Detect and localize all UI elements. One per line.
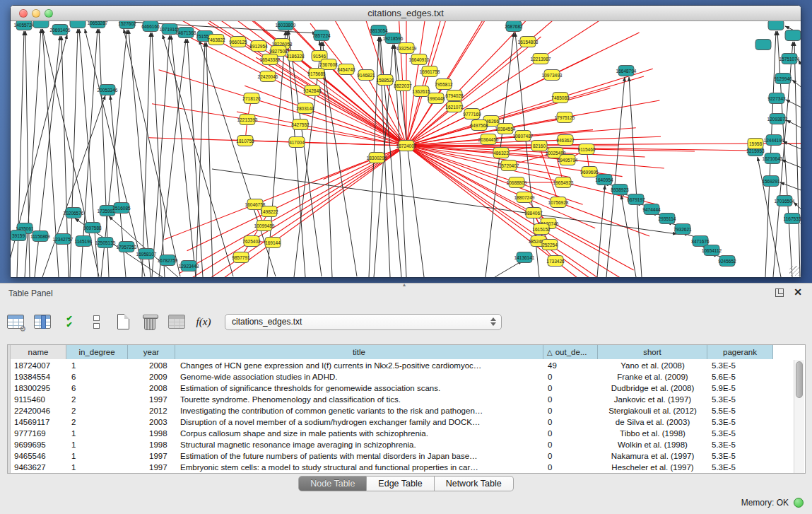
graph-node[interactable]: 10807487 xyxy=(513,131,534,141)
graph-node[interactable]: 2687682 xyxy=(505,21,523,32)
graph-node[interactable]: 82160 xyxy=(531,141,547,151)
import-table-icon[interactable] xyxy=(165,310,188,333)
graph-node[interactable]: 16961758 xyxy=(420,66,440,77)
graph-node[interactable]: 1733426 xyxy=(546,256,565,267)
graph-node[interactable]: 1621072 xyxy=(445,102,464,112)
tab-node-table[interactable]: Node Table xyxy=(298,476,367,491)
column-header-title[interactable]: title xyxy=(175,345,543,359)
graph-node[interactable]: 9884067 xyxy=(524,208,543,218)
graph-node[interactable]: 16543382 xyxy=(260,54,281,65)
graph-node[interactable]: 9777169 xyxy=(463,109,481,119)
graph-node[interactable]: 7463822 xyxy=(207,35,225,45)
graph-node[interactable]: 9175685 xyxy=(307,69,326,79)
table-row[interactable]: 969969511998Structural magnetic resonanc… xyxy=(11,439,773,450)
graph-node[interactable]: 13325419 xyxy=(396,43,417,54)
graph-node[interactable]: 16640910 xyxy=(409,54,430,65)
graph-node[interactable]: 10654112 xyxy=(702,245,722,256)
window-titlebar[interactable]: citations_edges.txt xyxy=(11,6,801,21)
graph-node[interactable]: 8822037 xyxy=(394,81,412,91)
graph-node[interactable]: 14055724 xyxy=(14,21,35,30)
window-resize-grip[interactable] xyxy=(789,266,799,276)
graph-node[interactable]: 16782759 xyxy=(158,255,178,266)
graph-node[interactable]: 8454743 xyxy=(337,64,355,75)
graph-node[interactable]: 10973493 xyxy=(542,70,563,81)
close-window-icon[interactable] xyxy=(19,9,28,18)
graph-node[interactable]: 15720407 xyxy=(499,160,519,171)
graph-node[interactable]: 20206576 xyxy=(64,208,84,218)
graph-node[interactable]: 12923448 xyxy=(179,261,199,271)
graph-node[interactable]: 9245652 xyxy=(718,256,736,267)
function-builder-icon[interactable]: f(x) xyxy=(192,310,215,333)
graph-node[interactable]: 20053346 xyxy=(98,85,118,95)
graph-node[interactable]: 9227343 xyxy=(767,93,786,104)
table-selector-dropdown[interactable]: citations_edges.txt xyxy=(225,314,502,330)
graph-node[interactable]: 9474444 xyxy=(642,204,661,215)
graph-node[interactable]: 16648794 xyxy=(616,66,637,76)
graph-node[interactable]: 9097588 xyxy=(83,223,102,233)
column-header-out_de[interactable]: △out_de... xyxy=(543,345,598,359)
graph-node[interactable]: 39159 xyxy=(11,230,26,241)
graph-node[interactable]: 19218596 xyxy=(383,33,404,44)
graph-node[interactable]: 1810755 xyxy=(236,136,254,146)
column-header-in_degree[interactable]: in_degree xyxy=(66,345,128,359)
graph-node[interactable]: 17975125 xyxy=(555,112,575,123)
graph-node[interactable]: 16154808 xyxy=(518,37,539,47)
graph-node[interactable]: 17957253 xyxy=(117,242,137,252)
float-panel-icon[interactable] xyxy=(775,288,784,297)
graph-node[interactable]: 169144 xyxy=(265,238,281,248)
graph-node[interactable]: 11156869 xyxy=(30,231,50,242)
graph-node[interactable]: 16958107 xyxy=(136,249,157,259)
new-document-icon[interactable] xyxy=(112,310,134,333)
table-row[interactable]: 946362711997Embryonic stem cells: a mode… xyxy=(11,462,773,473)
graph-node[interactable]: 12093872 xyxy=(767,114,788,124)
graph-node[interactable]: 6794028 xyxy=(445,90,464,101)
graph-node[interactable]: 1527602 xyxy=(118,21,136,29)
graph-node[interactable]: 1640954 xyxy=(595,175,613,185)
zoom-window-icon[interactable] xyxy=(45,9,53,18)
graph-node[interactable]: 19384554 xyxy=(495,124,516,134)
graph-node[interactable]: 10099489 xyxy=(254,221,275,231)
graph-node[interactable]: 1990448 xyxy=(427,93,445,104)
graph-node[interactable]: 10653287 xyxy=(88,21,108,28)
graph-node[interactable]: 1167533 xyxy=(784,214,801,224)
graph-node[interactable]: 2718120 xyxy=(242,93,261,104)
graph-node[interactable]: 12213393 xyxy=(237,115,258,125)
graph-node[interactable] xyxy=(768,21,784,30)
graph-node[interactable]: 12213987 xyxy=(531,54,551,64)
graph-node[interactable]: 16033809 xyxy=(276,21,296,30)
table-row[interactable]: 2242004622012Investigating the contribut… xyxy=(11,405,773,416)
graph-node[interactable]: 2803144 xyxy=(296,103,314,114)
graph-node[interactable]: 9129946 xyxy=(774,74,792,84)
table-row[interactable]: 911546021997Tourette syndrome. Phenomeno… xyxy=(11,394,773,405)
graph-node[interactable]: 1145194 xyxy=(75,236,93,247)
graph-node[interactable]: 9857791 xyxy=(232,252,250,263)
graph-node[interactable]: 12342757 xyxy=(53,234,73,245)
network-canvas[interactable]: 1405572420691406106532871527602646616010… xyxy=(11,21,801,277)
graph-node[interactable]: 9146821 xyxy=(357,70,375,81)
graph-node[interactable]: 1615152 xyxy=(532,224,551,235)
graph-node[interactable]: 19495794 xyxy=(558,155,578,165)
graph-node[interactable]: 14671368 xyxy=(176,28,196,38)
graph-node[interactable]: 1569291 xyxy=(762,176,780,187)
delete-icon[interactable] xyxy=(139,310,161,333)
graph-node[interactable]: 9463627 xyxy=(556,135,575,146)
vertical-scrollbar[interactable] xyxy=(794,360,804,473)
graph-node[interactable]: 9115460 xyxy=(578,144,596,155)
graph-node[interactable]: 8427552 xyxy=(291,119,310,130)
graph-node[interactable]: 252254 xyxy=(542,240,558,250)
scrollbar-thumb[interactable] xyxy=(796,361,803,398)
splitter-handle-icon[interactable]: ▴ xyxy=(403,281,406,288)
graph-node[interactable]: 7955812 xyxy=(435,79,453,90)
graph-node[interactable]: 10756928 xyxy=(548,197,569,208)
graph-node[interactable]: 10688809 xyxy=(507,177,527,188)
graph-node[interactable] xyxy=(70,21,86,28)
close-panel-icon[interactable]: ✕ xyxy=(794,286,802,298)
table-mode-icon[interactable]: ⚙ xyxy=(4,310,27,333)
graph-node[interactable]: 6497568 xyxy=(470,120,488,131)
graph-node[interactable] xyxy=(785,30,801,41)
table-row[interactable]: 1872400712008Changes of HCN gene express… xyxy=(11,360,773,371)
graph-node[interactable]: 18724007 xyxy=(396,141,417,151)
unselect-all-icon[interactable] xyxy=(85,310,107,333)
graph-node[interactable]: 16210643 xyxy=(763,153,783,164)
graph-node[interactable]: 2516085 xyxy=(112,203,131,214)
